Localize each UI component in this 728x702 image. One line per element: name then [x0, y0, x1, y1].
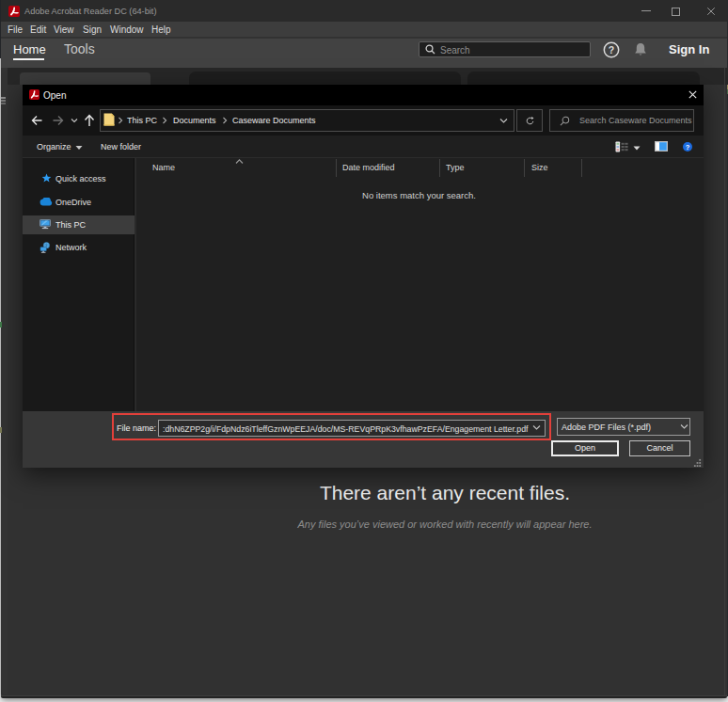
- svg-text:?: ?: [686, 143, 690, 152]
- svg-text:?: ?: [609, 44, 614, 56]
